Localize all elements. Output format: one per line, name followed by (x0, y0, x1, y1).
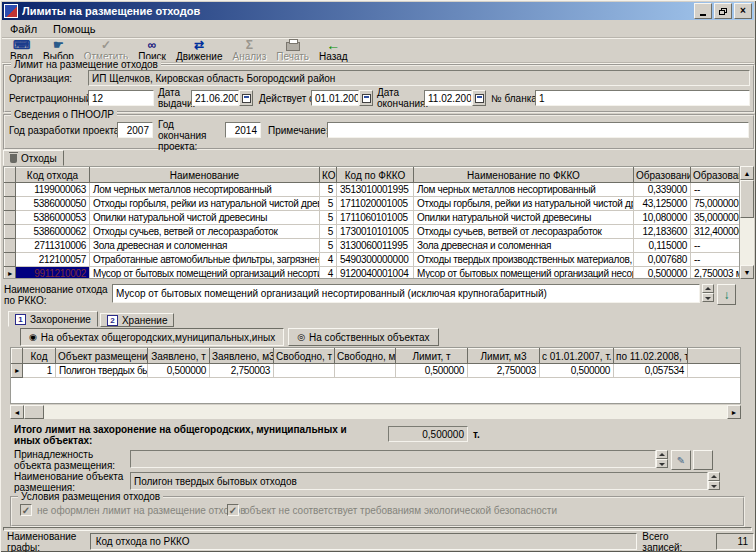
cell-fkko-name[interactable]: Мусор от бытовых помещений организаций н… (414, 267, 634, 280)
goto-fkko-button[interactable]: ↓ (717, 284, 736, 305)
ownership-spinner[interactable] (656, 450, 668, 468)
scrollbar-track[interactable] (740, 218, 754, 265)
cell-generation-t[interactable]: 0,500000 (634, 267, 691, 280)
placement-table-horizontal-scrollbar[interactable]: ◄ ► (10, 405, 741, 419)
tab-waste[interactable]: Отходы (3, 150, 64, 166)
cell-fkko-code[interactable]: 1711020001005 (337, 197, 414, 211)
cell-fkko-name[interactable]: Отходы сучьев, ветвей от лесоразработок (414, 225, 634, 239)
issue-date-calendar-button[interactable] (239, 90, 253, 106)
cell-fkko-code[interactable]: 1711060101005 (337, 211, 414, 225)
cell-generation-t[interactable]: 0,115000 (634, 239, 691, 253)
close-button[interactable]: × (734, 3, 752, 19)
scrollbar-thumb[interactable] (24, 405, 44, 419)
table-row[interactable]: 212100057 Отработанные автомобильные фил… (5, 253, 741, 267)
cell-extra[interactable] (688, 364, 742, 378)
cell-waste-code-selected[interactable]: 9911210002 (16, 267, 90, 280)
movement-button[interactable]: ⇄ Движение (171, 39, 228, 62)
spinner-up-icon[interactable] (708, 472, 720, 481)
valid-from-field[interactable]: 01.01.2007 (311, 90, 359, 106)
scrollbar-track[interactable] (44, 405, 727, 419)
scroll-up-button[interactable]: ▲ (740, 166, 754, 180)
dev-year-field[interactable]: 2007 (117, 122, 153, 138)
cell-waste-code[interactable]: 1199000063 (16, 183, 90, 197)
cell-generation[interactable]: -- (691, 239, 741, 253)
cell-name[interactable]: Мусор от бытовых помещений организаций н… (90, 267, 320, 280)
cell-fkko-code[interactable]: 3130060011995 (337, 239, 414, 253)
scroll-left-button[interactable]: ◄ (10, 405, 24, 419)
tab-burial[interactable]: 1 Захоронение (8, 311, 98, 327)
menu-help[interactable]: Помощь (45, 22, 104, 36)
blank-number-field[interactable]: 1 (535, 90, 750, 106)
cell-hazard-class[interactable]: 5 (320, 225, 337, 239)
restore-button[interactable] (714, 3, 732, 19)
cell-hazard-class[interactable]: 4 (320, 253, 337, 267)
cell-fkko-name[interactable]: Зола древесная и соломенная (414, 239, 634, 253)
cell-limit-m3[interactable]: 2,750003 (468, 364, 540, 378)
cell-waste-code[interactable]: 2711310006 (16, 239, 90, 253)
cell-free-m3[interactable] (335, 364, 396, 378)
ownership-extra-button[interactable] (693, 450, 713, 470)
object-name-field[interactable]: Полигон твердых бытовых отходов (130, 472, 708, 490)
cell-hazard-class[interactable]: 5 (320, 211, 337, 225)
cell-hazard-class[interactable]: 5 (320, 239, 337, 253)
valid-from-calendar-button[interactable] (359, 90, 373, 106)
cell-fkko-code[interactable]: 9120040001004 (337, 267, 414, 280)
cell-generation-t[interactable]: 43,125000 (634, 197, 691, 211)
table-row[interactable]: 1199000063 Лом черных металлов несортиро… (5, 183, 741, 197)
organization-field[interactable]: ИП Щелчков, Кировская область Богородски… (88, 70, 750, 86)
cell-waste-code[interactable]: 5386000053 (16, 211, 90, 225)
minimize-button[interactable] (694, 3, 712, 19)
cell-declared-m3[interactable]: 2,750003 (210, 364, 274, 378)
subtab-municipal-objects[interactable]: ◉ На объектах общегородских,муниципальны… (20, 328, 284, 346)
spinner-up-icon[interactable] (702, 284, 714, 293)
cell-name[interactable]: Отработанные автомобильные фильтры, загр… (90, 253, 320, 267)
cell-generation-t[interactable]: 0,007680 (634, 253, 691, 267)
object-name-spinner[interactable] (708, 472, 720, 490)
cell-placement-object[interactable]: Полигон твердых быто (56, 364, 148, 378)
cell-generation-t[interactable]: 10,080000 (634, 211, 691, 225)
cell-generation[interactable]: -- (691, 253, 741, 267)
cell-free-t[interactable] (274, 364, 335, 378)
cell-generation[interactable]: 75,000000 м3 (691, 197, 741, 211)
cell-waste-code[interactable]: 212100057 (16, 253, 90, 267)
end-year-field[interactable]: 2014 (225, 122, 261, 138)
subtab-own-objects[interactable]: ◎ На собственных объектах (288, 328, 438, 346)
end-date-field[interactable]: 11.02.2008 (424, 90, 472, 106)
cell-code[interactable]: 1 (23, 364, 56, 378)
cell-declared-t[interactable]: 0,500000 (148, 364, 210, 378)
table-row-selected[interactable]: ► 9911210002 Мусор от бытовых помещений … (5, 267, 741, 280)
reg-number-field[interactable]: 12 (88, 90, 154, 106)
table-row[interactable]: 5386000050 Отходы горбыля, рейки из нату… (5, 197, 741, 211)
fkko-name-field[interactable]: Мусор от бытовых помещений организаций н… (112, 284, 700, 303)
cell-hazard-class[interactable]: 4 (320, 267, 337, 280)
cell-to-date-t[interactable]: 0,057534 (614, 364, 688, 378)
cell-limit-t[interactable]: 0,500000 (396, 364, 468, 378)
end-date-calendar-button[interactable] (472, 90, 486, 106)
cell-generation-t[interactable]: 12,183600 (634, 225, 691, 239)
cell-hazard-class[interactable]: 5 (320, 197, 337, 211)
waste-table-vertical-scrollbar[interactable]: ▲ ▼ (740, 166, 754, 279)
table-row-selected[interactable]: ► 1 Полигон твердых быто 0,500000 2,7500… (12, 364, 742, 378)
ownership-field[interactable] (130, 450, 656, 468)
spinner-down-icon[interactable] (702, 293, 714, 302)
cell-fkko-name[interactable]: Лом черных металлов несортированный (414, 183, 634, 197)
scroll-down-button[interactable]: ▼ (740, 265, 754, 279)
menu-file[interactable]: Файл (2, 22, 45, 36)
cell-fkko-code[interactable]: 5490300000000 (337, 253, 414, 267)
note-field[interactable] (327, 122, 749, 138)
cell-fkko-name[interactable]: Отходы твердых производственных материал… (414, 253, 634, 267)
cell-generation[interactable]: 2,750003 м3 (691, 267, 741, 280)
spinner-down-icon[interactable] (656, 459, 668, 468)
scroll-right-button[interactable]: ► (727, 405, 741, 419)
table-row[interactable]: 5386000053 Опилки натуральной чистой дре… (5, 211, 741, 225)
cell-waste-code[interactable]: 5386000062 (16, 225, 90, 239)
ownership-edit-button[interactable]: ✎ (671, 450, 691, 470)
cell-name[interactable]: Отходы горбыля, рейки из натуральной чис… (90, 197, 320, 211)
tab-storage[interactable]: 2 Хранение (100, 313, 175, 327)
cell-name[interactable]: Опилки натуральной чистой древесины (90, 211, 320, 225)
cell-fkko-name[interactable]: Отходы горбыля, рейки из натуральной чис… (414, 197, 634, 211)
cell-hazard-class[interactable]: 5 (320, 183, 337, 197)
cell-fkko-code[interactable]: 1730010101005 (337, 225, 414, 239)
cell-generation[interactable]: 312,400000 м3 (691, 225, 741, 239)
back-button[interactable]: ← Назад (314, 39, 353, 62)
